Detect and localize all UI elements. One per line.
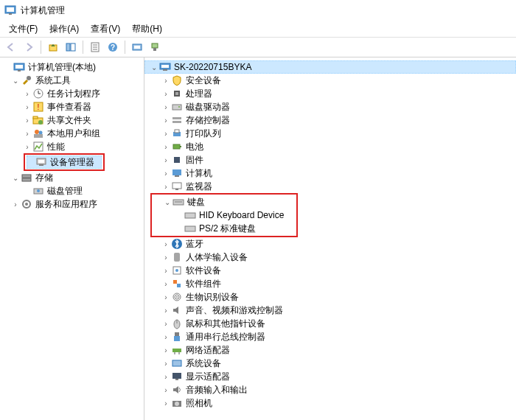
expander-icon[interactable]: ⌄ — [10, 172, 21, 183]
node-battery[interactable]: ›电池 — [144, 140, 516, 153]
left-tree[interactable]: 计算机管理(本地) ⌄ 系统工具 › 任务计划程序 › ! 事件查看器 › 共享… — [0, 57, 144, 420]
expander-icon[interactable]: › — [161, 305, 171, 315]
svg-rect-13 — [134, 46, 140, 49]
expander-icon[interactable]: › — [161, 181, 171, 192]
expander-icon[interactable]: › — [161, 115, 171, 125]
expander-icon[interactable]: › — [10, 199, 21, 209]
node-label: 性能 — [47, 141, 65, 153]
expander-icon[interactable]: › — [161, 279, 171, 289]
right-tree[interactable]: ⌄ SK-20220715BYKA ›安全设备 ›处理器 ›磁盘驱动器 ›存储控… — [144, 57, 516, 420]
expander-icon[interactable]: ⌄ — [162, 197, 172, 207]
node-storagectrl[interactable]: ›存储控制器 — [144, 113, 516, 127]
node-keyboard[interactable]: ⌄键盘 — [153, 195, 295, 209]
node-hid[interactable]: ›人体学输入设备 — [144, 251, 516, 264]
expander-icon[interactable]: › — [161, 75, 171, 85]
expander-icon[interactable]: › — [161, 252, 171, 262]
computer-mgmt-icon — [13, 61, 25, 73]
expander-icon[interactable]: › — [161, 102, 171, 112]
node-audiovideo[interactable]: ›声音、视频和游戏控制器 — [144, 304, 516, 317]
node-mouse[interactable]: ›鼠标和其他指针设备 — [144, 317, 516, 330]
node-cpu[interactable]: ›处理器 — [144, 87, 516, 100]
node-diskdrive[interactable]: ›磁盘驱动器 — [144, 100, 516, 113]
node-security[interactable]: ›安全设备 — [144, 74, 516, 87]
node-label: 计算机 — [186, 167, 212, 180]
expander-icon[interactable]: › — [161, 358, 171, 368]
scan-button[interactable] — [129, 39, 145, 55]
help-button[interactable]: ? — [105, 39, 121, 55]
node-services[interactable]: › 服务和应用程序 — [0, 197, 144, 211]
cpu-icon — [171, 88, 183, 99]
expander-icon[interactable] — [3, 62, 13, 72]
expander-icon[interactable]: › — [22, 141, 32, 152]
expander-icon[interactable]: › — [161, 345, 171, 355]
node-task[interactable]: › 任务计划程序 — [0, 87, 144, 100]
node-computer[interactable]: ›计算机 — [144, 167, 516, 180]
fingerprint-icon — [171, 291, 183, 303]
node-softdev[interactable]: ›软件设备 — [144, 264, 516, 277]
expander-icon[interactable]: › — [161, 239, 171, 249]
camera-icon — [171, 397, 183, 409]
expander-icon[interactable]: › — [161, 141, 171, 152]
node-perf[interactable]: › 性能 — [0, 140, 144, 153]
node-softcomp[interactable]: ›软件组件 — [144, 277, 516, 290]
node-label: 磁盘管理 — [47, 185, 83, 197]
node-label: 磁盘驱动器 — [186, 101, 230, 113]
svg-rect-46 — [172, 105, 181, 110]
node-camera[interactable]: ›照相机 — [144, 396, 516, 410]
node-share[interactable]: › 共享文件夹 — [0, 113, 144, 127]
menu-file[interactable]: 文件(F) — [3, 21, 43, 37]
node-firmware[interactable]: ›固件 — [144, 153, 516, 167]
expander-icon[interactable]: › — [161, 155, 171, 165]
node-printqueue[interactable]: ›打印队列 — [144, 127, 516, 140]
node-display[interactable]: ›显示适配器 — [144, 370, 516, 383]
expander-icon[interactable]: › — [22, 115, 32, 125]
perf-icon — [32, 141, 44, 153]
node-biometric[interactable]: ›生物识别设备 — [144, 290, 516, 304]
show-hide-button[interactable] — [63, 39, 79, 55]
menu-view[interactable]: 查看(V) — [85, 21, 126, 37]
menu-help[interactable]: 帮助(H) — [126, 21, 168, 37]
node-systools[interactable]: ⌄ 系统工具 — [0, 74, 144, 87]
expander-icon[interactable]: › — [161, 168, 171, 178]
node-users[interactable]: › 本地用户和组 — [0, 127, 144, 140]
expander-icon[interactable]: › — [161, 332, 171, 342]
node-root-local[interactable]: 计算机管理(本地) — [0, 60, 144, 74]
device-button[interactable] — [147, 39, 163, 55]
expander-icon[interactable]: › — [161, 318, 171, 329]
node-storage[interactable]: ⌄ 存储 — [0, 171, 144, 184]
node-devmgr[interactable]: 设备管理器 — [27, 155, 102, 169]
back-button[interactable] — [3, 39, 19, 55]
node-diskmgr[interactable]: 磁盘管理 — [0, 184, 144, 197]
properties-button[interactable] — [87, 39, 103, 55]
expander-icon[interactable]: › — [22, 102, 32, 112]
svg-rect-1 — [7, 7, 14, 12]
node-event[interactable]: › ! 事件查看器 — [0, 100, 144, 113]
node-network[interactable]: ›网络适配器 — [144, 343, 516, 357]
app-icon — [4, 4, 16, 16]
node-sysdev[interactable]: ›系统设备 — [144, 357, 516, 370]
expander-icon[interactable]: › — [161, 292, 171, 302]
node-usb[interactable]: ›通用串行总线控制器 — [144, 330, 516, 343]
node-label: 计算机管理(本地) — [28, 61, 96, 74]
node-bluetooth[interactable]: ›蓝牙 — [144, 237, 516, 251]
expander-icon[interactable]: › — [22, 128, 32, 139]
up-button[interactable] — [45, 39, 61, 55]
node-monitor[interactable]: ›监视器 — [144, 180, 516, 193]
node-kb-ps2[interactable]: PS/2 标准键盘 — [153, 222, 295, 235]
expander-icon[interactable]: ⌄ — [149, 62, 159, 72]
node-computer-root[interactable]: ⌄ SK-20220715BYKA — [144, 60, 516, 74]
menu-action[interactable]: 操作(A) — [43, 21, 85, 37]
expander-icon[interactable]: › — [161, 371, 171, 382]
node-audioio[interactable]: ›音频输入和输出 — [144, 383, 516, 396]
expander-icon[interactable]: › — [161, 385, 171, 395]
node-kb-hid[interactable]: HID Keyboard Device — [153, 209, 295, 222]
expander-icon[interactable]: › — [161, 88, 171, 99]
expander-icon[interactable]: › — [161, 128, 171, 139]
gpu-icon — [171, 371, 183, 382]
expander-icon[interactable]: › — [161, 398, 171, 408]
forward-button[interactable] — [21, 39, 37, 55]
expander-icon[interactable]: ⌄ — [10, 75, 21, 85]
svg-rect-58 — [175, 189, 178, 190]
expander-icon[interactable]: › — [161, 265, 171, 276]
expander-icon[interactable]: › — [22, 88, 32, 99]
